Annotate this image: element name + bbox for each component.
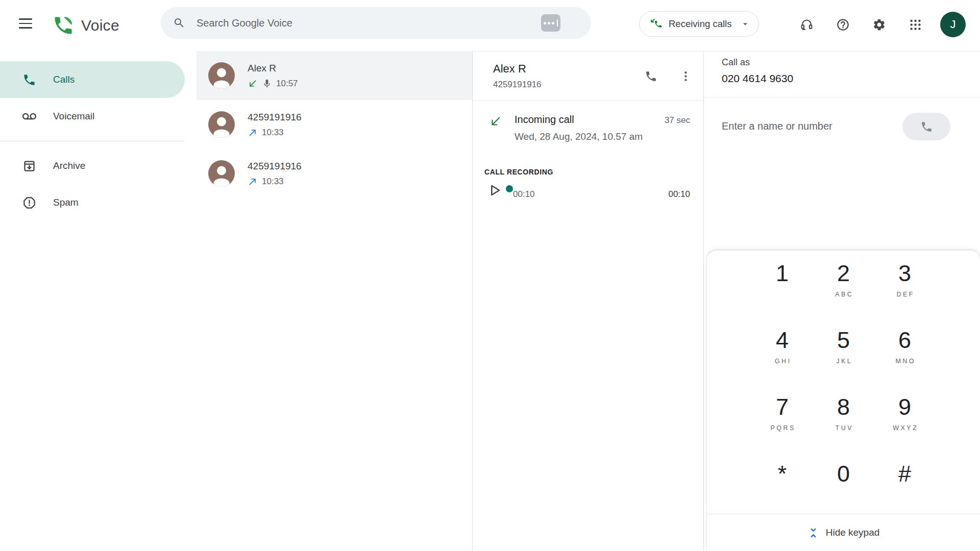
google-voice-logo: Voice	[52, 12, 119, 39]
call-history-list: Alex R 10:57 4259191916	[197, 51, 472, 551]
sidebar-item-calls[interactable]: Calls	[0, 61, 185, 98]
phone-icon	[645, 70, 657, 83]
sidebar-label-archive: Archive	[53, 160, 85, 171]
input-tools-keyboard-icon[interactable]	[541, 14, 560, 32]
caller-name: Alex R	[248, 63, 276, 73]
help-button[interactable]	[830, 12, 855, 37]
sidebar-item-archive[interactable]: Archive	[0, 147, 185, 184]
dialpad: 1 2 ABC 3 DEF 4 GHI 5 JKL 6 MNO	[752, 259, 936, 526]
call-recording-section: CALL RECORDING 00:10 00:10	[484, 168, 690, 201]
call-time: 10:33	[262, 128, 284, 138]
person-icon	[208, 160, 235, 187]
contact-avatar	[208, 160, 235, 187]
dialpad-key-7[interactable]: 7 PQRS	[769, 392, 796, 459]
kebab-menu-icon	[679, 70, 692, 83]
headset-support-button[interactable]	[794, 12, 819, 37]
incoming-call-status-icon	[649, 17, 662, 31]
spam-icon	[22, 196, 36, 210]
dialpad-key-6[interactable]: 6 MNO	[894, 325, 916, 392]
app-header: Voice Receiving calls	[0, 0, 980, 51]
dialer-panel: Call as 020 4614 9630 1 2 ABC 3 DEF	[703, 51, 980, 551]
dialpad-key-4[interactable]: 4 GHI	[773, 325, 791, 392]
search-icon	[173, 17, 185, 29]
sidebar-divider	[0, 141, 184, 141]
apps-grid-icon	[909, 18, 922, 32]
dialpad-key-5[interactable]: 5 JKL	[835, 325, 853, 392]
dialpad-key-2[interactable]: 2 ABC	[834, 259, 854, 325]
recording-player: 00:10 00:10	[484, 185, 690, 201]
hide-keypad-label: Hide keypad	[826, 527, 880, 538]
incoming-call-icon	[248, 79, 258, 89]
keypad-card: 1 2 ABC 3 DEF 4 GHI 5 JKL 6 MNO	[707, 251, 980, 551]
call-list-item[interactable]: 4259191916 10:33	[197, 149, 472, 198]
recording-section-label: CALL RECORDING	[484, 168, 690, 176]
main-menu-button[interactable]	[13, 11, 38, 36]
status-label: Receiving calls	[669, 18, 731, 30]
conversation-header: Alex R 4259191916	[473, 52, 703, 101]
progress-knob[interactable]	[506, 185, 513, 192]
outgoing-call-icon	[248, 177, 258, 187]
dialpad-key-3[interactable]: 3 DEF	[895, 259, 915, 325]
more-options-button[interactable]	[673, 64, 698, 88]
sidebar-label-spam: Spam	[53, 197, 79, 208]
incoming-call-icon	[489, 115, 502, 128]
call-time: 10:57	[276, 79, 298, 89]
phone-icon	[920, 120, 933, 133]
call-list-item[interactable]: 4259191916 10:33	[197, 100, 472, 149]
event-title: Incoming call	[514, 114, 574, 126]
chevron-down-icon	[740, 19, 750, 29]
hamburger-icon	[19, 18, 32, 29]
call-as-label: Call as	[722, 57, 980, 68]
call-as-section: Call as 020 4614 9630	[704, 52, 980, 97]
headset-icon	[800, 18, 814, 32]
contact-avatar	[208, 62, 235, 89]
voice-logo-icon	[52, 14, 75, 37]
outgoing-call-icon	[248, 128, 258, 138]
sidebar-item-spam[interactable]: Spam	[0, 184, 185, 221]
avatar-initial: J	[950, 18, 956, 31]
contact-avatar	[208, 111, 235, 138]
settings-button[interactable]	[867, 12, 891, 37]
google-apps-button[interactable]	[903, 12, 927, 37]
sidebar-label-voicemail: Voicemail	[53, 111, 94, 122]
dial-input-row	[704, 97, 980, 155]
person-icon	[208, 111, 235, 138]
call-time: 10:33	[262, 177, 284, 187]
sidebar-item-voicemail[interactable]: Voicemail	[0, 98, 185, 135]
caller-name: 4259191916	[248, 112, 302, 122]
search-input[interactable]	[197, 17, 541, 29]
play-button[interactable]	[484, 180, 505, 201]
total-time: 00:10	[668, 189, 690, 199]
event-datetime: Wed, 28 Aug, 2024, 10.57 am	[514, 131, 690, 142]
elapsed-time: 00:10	[513, 189, 535, 199]
person-icon	[208, 62, 235, 89]
help-icon	[836, 18, 850, 32]
start-call-button[interactable]	[902, 113, 950, 140]
search-bar[interactable]	[161, 7, 591, 39]
call-event-entry: Incoming call 37 sec Wed, 28 Aug, 2024, …	[489, 114, 690, 142]
sidebar-label-calls: Calls	[53, 74, 75, 85]
gear-icon	[872, 18, 886, 32]
call-as-number: 020 4614 9630	[722, 72, 980, 85]
caller-name: 4259191916	[248, 161, 302, 171]
archive-icon	[22, 159, 36, 173]
collapse-keypad-icon	[807, 527, 819, 539]
hide-keypad-button[interactable]: Hide keypad	[707, 514, 980, 551]
call-list-item[interactable]: Alex R 10:57	[197, 51, 472, 100]
sidebar-nav: Calls Voicemail Archive Spam	[0, 51, 197, 551]
product-name: Voice	[81, 17, 119, 34]
mic-recording-icon	[262, 79, 272, 89]
conversation-detail-panel: Alex R 4259191916 Incoming call 37 sec	[472, 51, 703, 551]
header-icon-group: J	[794, 12, 966, 37]
dialpad-key-8[interactable]: 8 TUV	[834, 392, 853, 459]
event-duration: 37 sec	[665, 115, 690, 126]
play-icon	[487, 183, 502, 198]
dialpad-key-9[interactable]: 9 WXYZ	[891, 392, 919, 459]
phone-icon	[22, 73, 36, 87]
dialpad-key-1[interactable]: 1	[776, 259, 789, 325]
account-avatar[interactable]: J	[940, 12, 966, 37]
call-contact-button[interactable]	[639, 64, 663, 88]
voicemail-icon	[22, 110, 36, 123]
receiving-calls-dropdown[interactable]: Receiving calls	[639, 11, 759, 37]
dial-number-input[interactable]	[722, 120, 885, 132]
